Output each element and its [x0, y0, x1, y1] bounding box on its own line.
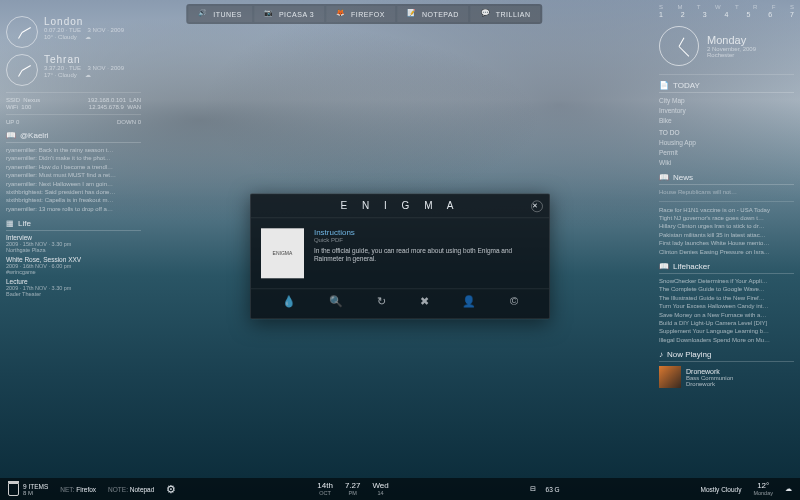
album-name: Dronework [686, 381, 733, 387]
twitter-line[interactable]: ryanemiller: 13 more rolls to drop off a… [6, 205, 141, 213]
news-panel-title[interactable]: 📖News [659, 173, 794, 185]
today-item[interactable]: Inventory [659, 106, 794, 116]
today-item[interactable]: City Map [659, 96, 794, 106]
launcher-firefox[interactable]: 🦊FIREFOX [326, 6, 395, 22]
main-clock[interactable]: Monday 2 November, 2009 Rochester [659, 26, 794, 66]
news-item[interactable]: Hillary Clinton urges Iran to stick to d… [659, 222, 794, 230]
cal-day: R [753, 4, 757, 10]
nowplaying-title[interactable]: ♪Now Playing [659, 350, 794, 362]
cal-day: W [715, 4, 721, 10]
cal-num[interactable]: 2 [681, 11, 685, 18]
cal-num[interactable]: 4 [725, 11, 729, 18]
city-name: London [44, 16, 124, 27]
life-event[interactable]: White Rose, Session XXV2009 · 16th NOV ·… [6, 256, 141, 275]
news-item[interactable]: First lady launches White House mento… [659, 239, 794, 247]
bottom-bar: 9 ITEMS8 M NET: Firefox NOTE: Notepad ⚙ … [0, 478, 800, 500]
lifehacker-item[interactable]: Build a DIY Light-Up Camera Level [DIY] [659, 319, 794, 327]
enigma-card-title[interactable]: Instructions [314, 228, 539, 237]
lifehacker-item[interactable]: Supplement Your Language Learning b… [659, 327, 794, 335]
city-name: Tehran [44, 54, 124, 65]
clock-icon [6, 54, 38, 86]
launcher-notepad[interactable]: 📝NOTEPAD [397, 6, 469, 22]
book-icon: 📖 [659, 262, 669, 271]
bottom-time[interactable]: 7.27PM [345, 482, 361, 497]
today-item[interactable]: Bike [659, 116, 794, 126]
enigma-card-description: In the official guide, you can read more… [314, 247, 539, 264]
bottom-date[interactable]: 14thOCT [317, 482, 333, 497]
book-icon: 📖 [6, 131, 16, 140]
twitter-line[interactable]: ryanemiller: Back in the rainy season t… [6, 146, 141, 154]
net-status[interactable]: NET: Firefox [60, 486, 96, 493]
news-item[interactable]: Race for H1N1 vaccine is on - USA Today [659, 206, 794, 214]
twitter-line[interactable]: ryanemiller: Didn't make it to the phot… [6, 154, 141, 162]
refresh-icon[interactable]: ↻ [377, 295, 386, 308]
life-event[interactable]: Interview2009 · 15th NOV · 3.30 pmNorthg… [6, 234, 141, 253]
twitter-feed: ryanemiller: Back in the rainy season t…… [6, 146, 141, 213]
left-sidebar: London 0.07.20 · TUE 3 NOV · 2009 10° · … [6, 16, 141, 300]
disk-usage[interactable]: ⊟ 63 G [530, 485, 560, 493]
launcher-picasa[interactable]: 📷PICASA 3 [254, 6, 324, 22]
user-icon[interactable]: 👤 [462, 295, 476, 308]
weather-condition[interactable]: Mostly Cloudy [701, 486, 742, 493]
life-event[interactable]: Lecture2009 · 17th NOV · 3.30 pmBader Th… [6, 278, 141, 297]
weather-temp[interactable]: 12°Monday [753, 482, 773, 497]
lifehacker-item[interactable]: The Illustrated Guide to the New Firef… [659, 294, 794, 302]
power-icon[interactable]: © [510, 295, 518, 308]
cal-day: S [659, 4, 663, 10]
network-ssid: SSID Nexus192.168.0.101 LAN [6, 97, 141, 103]
lifehacker-item[interactable]: Save Money on a New Furnace with a… [659, 311, 794, 319]
lifehacker-item[interactable]: Turn Your Excess Halloween Candy int… [659, 302, 794, 310]
note-status[interactable]: NOTE: Notepad [108, 486, 154, 493]
cal-num[interactable]: 3 [703, 11, 707, 18]
clock-icon [6, 16, 38, 48]
weekday: Monday [707, 34, 756, 46]
trash-icon [8, 483, 19, 496]
analog-clock-icon [659, 26, 699, 66]
todo-item[interactable]: Housing App [659, 138, 794, 148]
lifehacker-item[interactable]: The Complete Guide to Google Wave… [659, 285, 794, 293]
launcher-trillian[interactable]: 💬TRILLIAN [471, 6, 541, 22]
twitter-panel-title[interactable]: 📖@Kaelri [6, 131, 141, 143]
close-button[interactable]: ✕ [531, 200, 543, 212]
todo-item[interactable]: Permit [659, 148, 794, 158]
enigma-thumbnail[interactable]: ENIGMA [261, 228, 304, 278]
cal-num[interactable]: 6 [768, 11, 772, 18]
cal-day: T [697, 4, 701, 10]
todo-item[interactable]: Wiki [659, 158, 794, 168]
right-sidebar: SMTWTRFS 1234567 Monday 2 November, 2009… [659, 4, 794, 388]
cal-num[interactable]: 1 [659, 11, 663, 18]
life-panel-title[interactable]: ▦Life [6, 219, 141, 231]
search-icon[interactable]: 🔍 [329, 295, 343, 308]
cal-num[interactable]: 5 [746, 11, 750, 18]
twitter-line[interactable]: ryanemiller: How do I become a trendl… [6, 163, 141, 171]
cal-num[interactable]: 7 [790, 11, 794, 18]
twitter-line[interactable]: ryanemiller: Next Halloween I am goin… [6, 180, 141, 188]
today-panel-title[interactable]: 📄TODAY [659, 81, 794, 93]
twitter-line[interactable]: sixthbrightest: Capella is in freakout m… [6, 196, 141, 204]
network-wifi: WiFi 10012.345.678.9 WAN [6, 104, 141, 110]
news-item[interactable]: Pakistan militants kill 35 in latest att… [659, 231, 794, 239]
chat-icon: 💬 [481, 9, 491, 19]
sound-icon: 🔊 [198, 9, 208, 19]
now-playing[interactable]: Dronework Bass Communion Dronework [659, 366, 794, 388]
twitter-line[interactable]: sixthbrightest: Said president has done… [6, 188, 141, 196]
twitter-line[interactable]: ryanemiller: Must must MUST find a ret… [6, 171, 141, 179]
lifehacker-panel-title[interactable]: 📖Lifehacker [659, 262, 794, 274]
recycle-bin[interactable]: 9 ITEMS8 M [8, 483, 48, 496]
news-item[interactable]: Tight NJ governor's race goes down t… [659, 214, 794, 222]
drop-icon[interactable]: 💧 [282, 295, 296, 308]
gear-icon[interactable]: ⚙ [166, 483, 176, 496]
lifehacker-item[interactable]: SnowChecker Determines if Your Appli… [659, 277, 794, 285]
launcher-itunes[interactable]: 🔊ITUNES [188, 6, 252, 22]
clock-location: Rochester [707, 52, 756, 58]
world-clock-london[interactable]: London 0.07.20 · TUE 3 NOV · 2009 10° · … [6, 16, 141, 48]
network-traffic: UP 0DOWN 0 [6, 119, 141, 125]
lifehacker-item[interactable]: Illegal Downloaders Spend More on Mu… [659, 336, 794, 344]
world-clock-tehran[interactable]: Tehran 3.37.20 · TUE 3 NOV · 2009 17° · … [6, 54, 141, 86]
cloud-icon: ☁ [785, 485, 792, 493]
news-item[interactable]: Clinton Denies Easing Pressure on Isra… [659, 248, 794, 256]
book-icon: 📖 [659, 173, 669, 182]
cal-day: T [735, 4, 739, 10]
bottom-weekday[interactable]: Wed14 [372, 482, 388, 497]
tools-icon[interactable]: ✖ [420, 295, 429, 308]
